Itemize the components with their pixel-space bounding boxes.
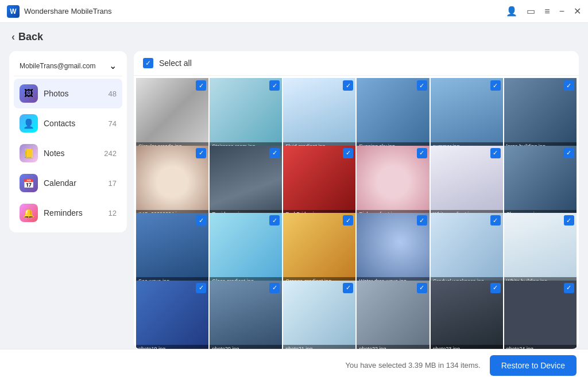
calendar-label: Calendar (44, 178, 103, 188)
photos-icon: 🖼 (20, 84, 38, 103)
back-bar: ‹ Back (0, 23, 588, 51)
photo-label: photo24.jpg (504, 345, 577, 349)
photo-checkbox[interactable]: ✓ (417, 283, 427, 293)
photo-cell[interactable]: ✓ summer.jpg (431, 78, 503, 150)
photo-checkbox[interactable]: ✓ (564, 80, 574, 91)
photo-checkbox[interactable]: ✓ (196, 283, 206, 293)
photo-cell[interactable]: ✓ photo21.jpg (283, 281, 355, 349)
photo-checkbox[interactable]: ✓ (269, 215, 280, 226)
photo-cell[interactable]: ✓ Staircase room.jpg (210, 78, 282, 150)
reminders-label: Reminders (44, 208, 103, 217)
reminders-count: 12 (109, 209, 117, 217)
select-all-bar: ✓ Select all (134, 51, 579, 76)
select-all-checkbox[interactable]: ✓ (143, 58, 153, 68)
select-all-label: Select all (159, 59, 192, 68)
photo-cell[interactable]: ✓ Pink gradient.jpg (357, 146, 429, 218)
photo-cell[interactable]: ✓ photo19.jpg (136, 281, 208, 349)
photo-cell[interactable]: ✓ large building.jpg (504, 78, 577, 150)
photo-checkbox[interactable]: ✓ (269, 80, 280, 91)
photo-label: photo21.jpg (283, 345, 355, 349)
photo-checkbox[interactable]: ✓ (343, 80, 353, 91)
menu-icon[interactable]: ≡ (544, 6, 550, 17)
photo-cell[interactable]: ✓ Residence.jpg (210, 146, 282, 218)
photo-cell[interactable]: ✓ Glass gradient.jpg (210, 213, 282, 285)
photo-cell[interactable]: ✓ Water drop wave.jpg (357, 213, 429, 285)
photo-cell[interactable]: ✓ Skyscraper.jpg (504, 146, 577, 218)
photo-checkbox[interactable]: ✓ (564, 215, 574, 226)
photos-count: 48 (109, 90, 117, 98)
photo-checkbox[interactable]: ✓ (343, 215, 353, 226)
content-area: MobileTrans@gmail.com ⌄ 🖼 Photos 48 👤 Co… (0, 51, 588, 349)
minimize-icon[interactable]: − (559, 6, 564, 17)
photo-checkbox[interactable]: ✓ (196, 148, 206, 158)
photo-checkbox[interactable]: ✓ (269, 283, 280, 293)
close-icon[interactable]: ✕ (574, 6, 581, 17)
app-icon: W (7, 5, 20, 18)
photo-cell[interactable]: ✓ Red Bridge.jpg (283, 146, 355, 218)
photo-cell[interactable]: ✓ IMG_20200224.jpg (136, 146, 208, 218)
profile-icon[interactable]: 👤 (506, 6, 517, 17)
photo-checkbox[interactable]: ✓ (417, 80, 427, 91)
status-text: You have selected 3.39 MB in 134 items. (346, 361, 481, 370)
photo-checkbox[interactable]: ✓ (269, 148, 280, 158)
contacts-count: 74 (109, 119, 117, 128)
photo-checkbox[interactable]: ✓ (343, 148, 353, 158)
photo-checkbox[interactable]: ✓ (343, 283, 353, 293)
bottom-bar: You have selected 3.39 MB in 134 items. … (0, 349, 588, 381)
notes-label: Notes (44, 149, 98, 158)
photo-cell[interactable]: ✓ Sea wave.jpg (136, 213, 208, 285)
sidebar-item-photos[interactable]: 🖼 Photos 48 (14, 79, 122, 108)
photo-cell[interactable]: ✓ photo22.jpg (357, 281, 429, 349)
photo-cell[interactable]: ✓ White building.jpg (504, 213, 577, 285)
photos-label: Photos (44, 89, 103, 98)
sidebar: MobileTrans@gmail.com ⌄ 🖼 Photos 48 👤 Co… (9, 51, 127, 232)
back-arrow-icon: ‹ (11, 31, 15, 43)
photo-cell[interactable]: ✓ photo20.jpg (210, 281, 282, 349)
photo-cell[interactable]: ✓ Orange gradient.jpg (283, 213, 355, 285)
photo-checkbox[interactable]: ✓ (490, 283, 501, 293)
photo-label: photo22.jpg (357, 345, 429, 349)
photo-checkbox[interactable]: ✓ (196, 80, 206, 91)
sidebar-item-contacts[interactable]: 👤 Contacts 74 (14, 108, 122, 138)
photo-label: photo20.jpg (210, 345, 282, 349)
photo-checkbox[interactable]: ✓ (490, 80, 501, 91)
photo-label: photo19.jpg (136, 345, 208, 349)
photo-checkbox[interactable]: ✓ (196, 215, 206, 226)
sidebar-item-reminders[interactable]: 🔔 Reminders 12 (14, 198, 122, 228)
contacts-label: Contacts (44, 119, 103, 128)
photo-cell[interactable]: ✓ photo24.jpg (504, 281, 577, 349)
photo-label: photo23.jpg (431, 345, 503, 349)
sidebar-item-calendar[interactable]: 📅 Calendar 17 (14, 168, 122, 198)
photo-cell[interactable]: ✓ Gradual weakness.jpg (431, 213, 503, 285)
photo-checkbox[interactable]: ✓ (490, 215, 501, 226)
back-label: Back (18, 31, 43, 43)
photo-checkbox[interactable]: ✓ (564, 148, 574, 158)
photo-cell[interactable]: ✓ White gradient.jpg (431, 146, 503, 218)
account-text: MobileTrans@gmail.com (20, 62, 95, 70)
calendar-count: 17 (109, 179, 117, 188)
restore-icon[interactable]: ▭ (527, 6, 535, 17)
photo-cell[interactable]: ✓ photo23.jpg (431, 281, 503, 349)
calendar-icon: 📅 (20, 174, 38, 192)
restore-to-device-button[interactable]: Restore to Device (490, 355, 577, 376)
chevron-down-icon: ⌄ (109, 60, 117, 71)
app-title: Wondershare MobileTrans (24, 7, 111, 15)
right-panel: ✓ Select all ✓ Circular arcade.jpg ✓ Sta… (134, 51, 579, 349)
photo-cell[interactable]: ✓ Circular arcade.jpg (136, 78, 208, 150)
titlebar-left: W Wondershare MobileTrans (7, 5, 111, 18)
notes-count: 242 (104, 149, 117, 158)
account-selector[interactable]: MobileTrans@gmail.com ⌄ (14, 56, 122, 76)
titlebar-controls: 👤 ▭ ≡ − ✕ (506, 6, 581, 17)
contacts-icon: 👤 (20, 114, 38, 133)
photo-checkbox[interactable]: ✓ (564, 283, 574, 293)
photo-checkbox[interactable]: ✓ (417, 148, 427, 158)
main-content: ‹ Back MobileTrans@gmail.com ⌄ 🖼 Photos … (0, 23, 588, 381)
photo-cell[interactable]: ✓ Evening sky.jpg (357, 78, 429, 150)
photo-checkbox[interactable]: ✓ (417, 215, 427, 226)
reminders-icon: 🔔 (20, 204, 38, 222)
photo-cell[interactable]: ✓ Fluid gradient.jpg (283, 78, 355, 150)
photo-checkbox[interactable]: ✓ (490, 148, 501, 158)
titlebar: W Wondershare MobileTrans 👤 ▭ ≡ − ✕ (0, 0, 588, 23)
sidebar-item-notes[interactable]: 📒 Notes 242 (14, 138, 122, 168)
back-button[interactable]: ‹ Back (11, 31, 577, 43)
